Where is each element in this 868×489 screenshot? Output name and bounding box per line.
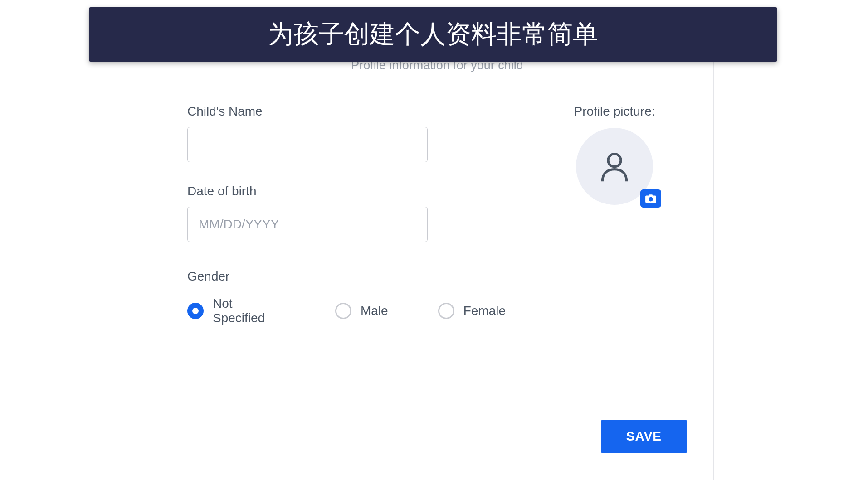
svg-point-1 bbox=[649, 198, 653, 201]
child-name-input[interactable] bbox=[187, 127, 428, 162]
form-right-column: Profile picture: bbox=[542, 104, 687, 325]
dob-label: Date of birth bbox=[187, 184, 506, 199]
svg-point-0 bbox=[608, 154, 621, 167]
form-content: Child's Name Date of birth Gender Not Sp… bbox=[187, 104, 687, 325]
radio-circle-icon bbox=[335, 303, 351, 319]
radio-not-specified[interactable]: Not Specified bbox=[187, 296, 285, 325]
gender-label: Gender bbox=[187, 269, 506, 284]
child-name-group: Child's Name bbox=[187, 104, 506, 162]
camera-icon bbox=[645, 194, 657, 203]
profile-form-card: Profile information for your child Child… bbox=[161, 45, 714, 480]
banner-heading: 为孩子创建个人资料非常简单 bbox=[89, 7, 777, 62]
avatar-wrapper bbox=[576, 128, 653, 205]
radio-female[interactable]: Female bbox=[438, 296, 506, 325]
gender-radio-row: Not Specified Male Female bbox=[187, 296, 506, 325]
upload-photo-button[interactable] bbox=[640, 189, 661, 208]
radio-circle-icon bbox=[438, 303, 454, 319]
person-icon bbox=[596, 148, 633, 184]
dob-group: Date of birth bbox=[187, 184, 506, 242]
dob-input[interactable] bbox=[187, 207, 428, 242]
child-name-label: Child's Name bbox=[187, 104, 506, 119]
radio-label-not-specified: Not Specified bbox=[213, 296, 285, 325]
radio-label-male: Male bbox=[361, 304, 388, 318]
radio-label-female: Female bbox=[463, 304, 506, 318]
radio-circle-icon bbox=[187, 303, 204, 319]
save-button[interactable]: SAVE bbox=[601, 420, 687, 453]
banner-title: 为孩子创建个人资料非常简单 bbox=[268, 19, 598, 48]
gender-section: Gender Not Specified Male Female bbox=[187, 269, 506, 325]
form-left-column: Child's Name Date of birth Gender Not Sp… bbox=[187, 104, 506, 325]
profile-picture-label: Profile picture: bbox=[574, 104, 655, 119]
radio-male[interactable]: Male bbox=[335, 296, 388, 325]
